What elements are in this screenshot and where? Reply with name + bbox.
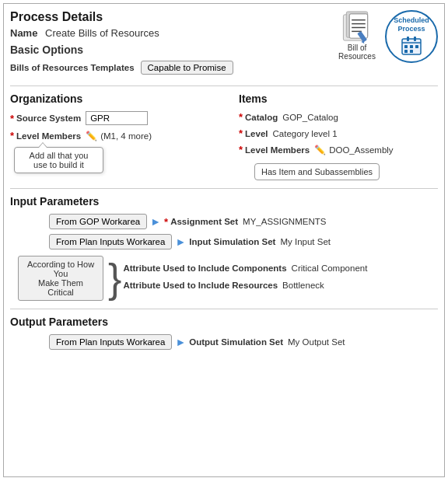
add-tooltip: Add all that you use to build it — [14, 147, 103, 173]
catalog-required: * — [239, 111, 243, 123]
scheduled-label: Scheduled Process — [394, 16, 429, 33]
organizations-section: Organizations * Source System * Level Me… — [10, 92, 215, 180]
output-parameters-section: Output Parameters From Plan Inputs Worka… — [10, 316, 438, 350]
assignment-set-label: Assignment Set — [170, 217, 238, 226]
level-members-value: (M1, 4 more) — [100, 131, 152, 141]
arrow-2: ► — [175, 236, 186, 247]
level-value: Category level 1 — [272, 129, 337, 138]
attr-components-row: Attribute Used to Include Components Cri… — [123, 263, 438, 273]
name-label: Name — [10, 27, 37, 39]
attr-components-value: Critical Component — [292, 263, 368, 273]
svg-rect-17 — [410, 50, 413, 53]
source-system-required: * — [10, 113, 14, 124]
bill-of-resources-icon: Bill of Resources — [334, 10, 380, 61]
brace-symbol: } — [108, 256, 121, 301]
gop-workarea-button[interactable]: From GOP Workarea — [49, 214, 147, 229]
output-sim-set-value: My Output Set — [288, 337, 345, 347]
level-members-label: Level Members — [16, 131, 81, 141]
svg-rect-15 — [415, 45, 418, 48]
brace-right-group: Attribute Used to Include Components Cri… — [123, 256, 438, 301]
catalog-row: * Catalog GOP_Catalog — [239, 111, 444, 123]
svg-rect-12 — [414, 37, 416, 41]
divider-3 — [10, 309, 438, 309]
assignment-set-value: MY_ASSIGNMENTS — [243, 217, 326, 226]
arrow-1: ► — [150, 216, 161, 227]
svg-rect-11 — [407, 37, 409, 41]
divider-1 — [10, 85, 438, 86]
input-params-title: Input Parameters — [10, 195, 438, 208]
attr-resources-label: Attribute Used to Include Resources — [123, 281, 278, 290]
level-members-required: * — [10, 130, 14, 141]
icons-area: Bill of Resources Scheduled Process — [334, 10, 438, 63]
attr-resources-value: Bottleneck — [282, 281, 324, 290]
level-members-row: * Level Members ✏️ (M1, 4 more) Add all … — [10, 130, 215, 141]
input-sim-row: From Plan Inputs Workarea ► Input Simula… — [49, 234, 438, 249]
output-workarea-button[interactable]: From Plan Inputs Workarea — [49, 334, 172, 350]
level-required: * — [239, 127, 243, 139]
level-label: Level — [245, 129, 268, 138]
items-level-members-label: Level Members — [245, 145, 310, 155]
svg-rect-13 — [404, 45, 408, 48]
source-system-input[interactable] — [86, 111, 148, 125]
scheduled-process-icon: Scheduled Process — [385, 10, 438, 63]
name-value: Create Bills of Resources — [45, 27, 159, 39]
divider-2 — [10, 188, 438, 189]
items-level-members-required: * — [239, 144, 243, 155]
bill-of-resources-label: Bill of Resources — [338, 44, 376, 61]
source-system-label: Source System — [16, 113, 81, 123]
plan-inputs-workarea-button[interactable]: From Plan Inputs Workarea — [49, 234, 172, 249]
input-sim-set-value: My Input Set — [280, 237, 331, 246]
svg-rect-14 — [410, 45, 413, 48]
input-sim-set-label: Input Simulation Set — [189, 237, 275, 246]
output-sim-row: From Plan Inputs Workarea ► Output Simul… — [49, 334, 438, 350]
assignment-set-row: From GOP Workarea ► * Assignment Set MY_… — [49, 214, 438, 229]
attr-components-label: Attribute Used to Include Components — [123, 263, 286, 273]
bill-icon-svg — [340, 10, 374, 44]
main-container: Bill of Resources Scheduled Process Proc… — [3, 3, 445, 477]
has-item-bubble: Has Item and Subassemblies — [254, 163, 380, 180]
items-section: Items * Catalog GOP_Catalog * Level Cate… — [239, 92, 444, 180]
templates-label: Bills of Resources Templates — [10, 63, 135, 72]
org-items-section: Organizations * Source System * Level Me… — [10, 92, 438, 180]
calendar-svg — [401, 35, 422, 57]
assign-required: * — [164, 216, 168, 228]
input-parameters-section: Input Parameters From GOP Workarea ► * A… — [10, 195, 438, 301]
templates-button[interactable]: Capable to Promise — [141, 61, 233, 75]
brace-section: According to How You Make Them Critical … — [18, 256, 438, 301]
attr-resources-row: Attribute Used to Include Resources Bott… — [123, 281, 438, 290]
items-title: Items — [239, 92, 444, 105]
output-sim-set-label: Output Simulation Set — [189, 337, 283, 347]
items-edit-icon[interactable]: ✏️ — [314, 145, 326, 155]
arrow-3: ► — [175, 337, 186, 347]
catalog-value: GOP_Catalog — [282, 113, 338, 122]
org-title: Organizations — [10, 92, 215, 105]
brace-label: According to How You Make Them Critical — [18, 256, 103, 301]
brace-left-group: According to How You Make Them Critical — [18, 256, 103, 301]
items-level-members-value: DOO_Assembly — [329, 145, 393, 155]
edit-icon[interactable]: ✏️ — [86, 131, 97, 141]
source-system-row: * Source System — [10, 111, 215, 125]
catalog-label: Catalog — [245, 113, 278, 122]
items-level-members-row: * Level Members ✏️ DOO_Assembly — [239, 144, 444, 155]
level-row: * Level Category level 1 — [239, 127, 444, 139]
svg-rect-16 — [404, 50, 408, 53]
output-params-title: Output Parameters — [10, 316, 438, 328]
